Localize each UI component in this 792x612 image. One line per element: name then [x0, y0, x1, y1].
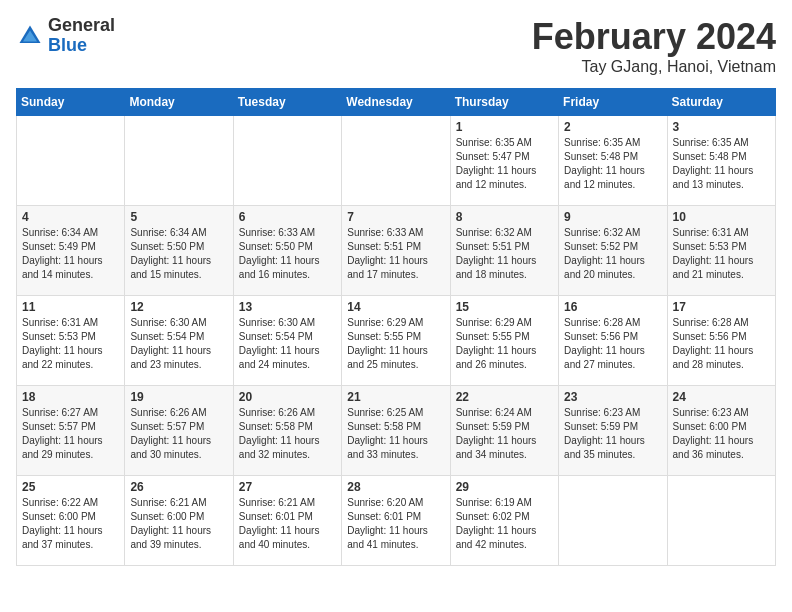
calendar-cell: 19Sunrise: 6:26 AM Sunset: 5:57 PM Dayli…: [125, 386, 233, 476]
calendar-week-row: 11Sunrise: 6:31 AM Sunset: 5:53 PM Dayli…: [17, 296, 776, 386]
day-info: Sunrise: 6:26 AM Sunset: 5:58 PM Dayligh…: [239, 406, 336, 462]
calendar-cell: 26Sunrise: 6:21 AM Sunset: 6:00 PM Dayli…: [125, 476, 233, 566]
day-number: 9: [564, 210, 661, 224]
calendar-week-row: 25Sunrise: 6:22 AM Sunset: 6:00 PM Dayli…: [17, 476, 776, 566]
day-info: Sunrise: 6:28 AM Sunset: 5:56 PM Dayligh…: [673, 316, 770, 372]
day-number: 7: [347, 210, 444, 224]
weekday-header-monday: Monday: [125, 89, 233, 116]
calendar-cell: 28Sunrise: 6:20 AM Sunset: 6:01 PM Dayli…: [342, 476, 450, 566]
calendar-cell: 17Sunrise: 6:28 AM Sunset: 5:56 PM Dayli…: [667, 296, 775, 386]
day-info: Sunrise: 6:28 AM Sunset: 5:56 PM Dayligh…: [564, 316, 661, 372]
calendar-cell: 15Sunrise: 6:29 AM Sunset: 5:55 PM Dayli…: [450, 296, 558, 386]
calendar-cell: 7Sunrise: 6:33 AM Sunset: 5:51 PM Daylig…: [342, 206, 450, 296]
day-number: 4: [22, 210, 119, 224]
day-number: 25: [22, 480, 119, 494]
weekday-header-wednesday: Wednesday: [342, 89, 450, 116]
calendar-cell: 2Sunrise: 6:35 AM Sunset: 5:48 PM Daylig…: [559, 116, 667, 206]
day-info: Sunrise: 6:35 AM Sunset: 5:48 PM Dayligh…: [673, 136, 770, 192]
day-info: Sunrise: 6:34 AM Sunset: 5:50 PM Dayligh…: [130, 226, 227, 282]
day-number: 27: [239, 480, 336, 494]
calendar-week-row: 1Sunrise: 6:35 AM Sunset: 5:47 PM Daylig…: [17, 116, 776, 206]
calendar-cell: 10Sunrise: 6:31 AM Sunset: 5:53 PM Dayli…: [667, 206, 775, 296]
calendar-cell: 11Sunrise: 6:31 AM Sunset: 5:53 PM Dayli…: [17, 296, 125, 386]
weekday-header-saturday: Saturday: [667, 89, 775, 116]
calendar-cell: 12Sunrise: 6:30 AM Sunset: 5:54 PM Dayli…: [125, 296, 233, 386]
day-info: Sunrise: 6:29 AM Sunset: 5:55 PM Dayligh…: [456, 316, 553, 372]
calendar-cell: 13Sunrise: 6:30 AM Sunset: 5:54 PM Dayli…: [233, 296, 341, 386]
day-info: Sunrise: 6:26 AM Sunset: 5:57 PM Dayligh…: [130, 406, 227, 462]
calendar-cell: [233, 116, 341, 206]
day-number: 17: [673, 300, 770, 314]
day-number: 12: [130, 300, 227, 314]
calendar-week-row: 18Sunrise: 6:27 AM Sunset: 5:57 PM Dayli…: [17, 386, 776, 476]
day-info: Sunrise: 6:27 AM Sunset: 5:57 PM Dayligh…: [22, 406, 119, 462]
calendar-cell: 22Sunrise: 6:24 AM Sunset: 5:59 PM Dayli…: [450, 386, 558, 476]
day-number: 26: [130, 480, 227, 494]
month-year-title: February 2024: [532, 16, 776, 58]
logo-general-text: General: [48, 16, 115, 36]
day-number: 1: [456, 120, 553, 134]
day-number: 2: [564, 120, 661, 134]
day-number: 13: [239, 300, 336, 314]
calendar-cell: 27Sunrise: 6:21 AM Sunset: 6:01 PM Dayli…: [233, 476, 341, 566]
logo-icon: [16, 22, 44, 50]
day-info: Sunrise: 6:20 AM Sunset: 6:01 PM Dayligh…: [347, 496, 444, 552]
day-number: 23: [564, 390, 661, 404]
day-number: 20: [239, 390, 336, 404]
location-subtitle: Tay GJang, Hanoi, Vietnam: [532, 58, 776, 76]
weekday-row: SundayMondayTuesdayWednesdayThursdayFrid…: [17, 89, 776, 116]
day-number: 14: [347, 300, 444, 314]
day-number: 22: [456, 390, 553, 404]
day-number: 15: [456, 300, 553, 314]
day-info: Sunrise: 6:35 AM Sunset: 5:48 PM Dayligh…: [564, 136, 661, 192]
day-info: Sunrise: 6:21 AM Sunset: 6:01 PM Dayligh…: [239, 496, 336, 552]
day-info: Sunrise: 6:23 AM Sunset: 5:59 PM Dayligh…: [564, 406, 661, 462]
calendar-header: SundayMondayTuesdayWednesdayThursdayFrid…: [17, 89, 776, 116]
calendar-cell: 18Sunrise: 6:27 AM Sunset: 5:57 PM Dayli…: [17, 386, 125, 476]
day-number: 11: [22, 300, 119, 314]
day-info: Sunrise: 6:32 AM Sunset: 5:51 PM Dayligh…: [456, 226, 553, 282]
calendar-cell: 5Sunrise: 6:34 AM Sunset: 5:50 PM Daylig…: [125, 206, 233, 296]
calendar-cell: 4Sunrise: 6:34 AM Sunset: 5:49 PM Daylig…: [17, 206, 125, 296]
day-number: 24: [673, 390, 770, 404]
day-info: Sunrise: 6:19 AM Sunset: 6:02 PM Dayligh…: [456, 496, 553, 552]
day-number: 29: [456, 480, 553, 494]
title-block: February 2024 Tay GJang, Hanoi, Vietnam: [532, 16, 776, 76]
day-info: Sunrise: 6:25 AM Sunset: 5:58 PM Dayligh…: [347, 406, 444, 462]
day-number: 19: [130, 390, 227, 404]
calendar-cell: [342, 116, 450, 206]
calendar-cell: 16Sunrise: 6:28 AM Sunset: 5:56 PM Dayli…: [559, 296, 667, 386]
day-info: Sunrise: 6:35 AM Sunset: 5:47 PM Dayligh…: [456, 136, 553, 192]
day-info: Sunrise: 6:30 AM Sunset: 5:54 PM Dayligh…: [239, 316, 336, 372]
weekday-header-friday: Friday: [559, 89, 667, 116]
logo-text: General Blue: [48, 16, 115, 56]
day-number: 10: [673, 210, 770, 224]
day-number: 8: [456, 210, 553, 224]
calendar-cell: 3Sunrise: 6:35 AM Sunset: 5:48 PM Daylig…: [667, 116, 775, 206]
calendar-cell: 8Sunrise: 6:32 AM Sunset: 5:51 PM Daylig…: [450, 206, 558, 296]
calendar-cell: [17, 116, 125, 206]
calendar-cell: 25Sunrise: 6:22 AM Sunset: 6:00 PM Dayli…: [17, 476, 125, 566]
day-info: Sunrise: 6:29 AM Sunset: 5:55 PM Dayligh…: [347, 316, 444, 372]
day-info: Sunrise: 6:23 AM Sunset: 6:00 PM Dayligh…: [673, 406, 770, 462]
calendar-cell: [125, 116, 233, 206]
day-number: 28: [347, 480, 444, 494]
weekday-header-sunday: Sunday: [17, 89, 125, 116]
calendar-body: 1Sunrise: 6:35 AM Sunset: 5:47 PM Daylig…: [17, 116, 776, 566]
day-number: 18: [22, 390, 119, 404]
day-number: 6: [239, 210, 336, 224]
day-number: 21: [347, 390, 444, 404]
calendar-cell: 1Sunrise: 6:35 AM Sunset: 5:47 PM Daylig…: [450, 116, 558, 206]
calendar-cell: 20Sunrise: 6:26 AM Sunset: 5:58 PM Dayli…: [233, 386, 341, 476]
calendar-cell: [559, 476, 667, 566]
calendar-cell: 29Sunrise: 6:19 AM Sunset: 6:02 PM Dayli…: [450, 476, 558, 566]
day-number: 5: [130, 210, 227, 224]
calendar-cell: 24Sunrise: 6:23 AM Sunset: 6:00 PM Dayli…: [667, 386, 775, 476]
page-header: General Blue February 2024 Tay GJang, Ha…: [16, 16, 776, 76]
day-info: Sunrise: 6:21 AM Sunset: 6:00 PM Dayligh…: [130, 496, 227, 552]
weekday-header-tuesday: Tuesday: [233, 89, 341, 116]
logo-blue-text: Blue: [48, 36, 115, 56]
day-info: Sunrise: 6:31 AM Sunset: 5:53 PM Dayligh…: [22, 316, 119, 372]
day-info: Sunrise: 6:30 AM Sunset: 5:54 PM Dayligh…: [130, 316, 227, 372]
calendar-cell: 14Sunrise: 6:29 AM Sunset: 5:55 PM Dayli…: [342, 296, 450, 386]
